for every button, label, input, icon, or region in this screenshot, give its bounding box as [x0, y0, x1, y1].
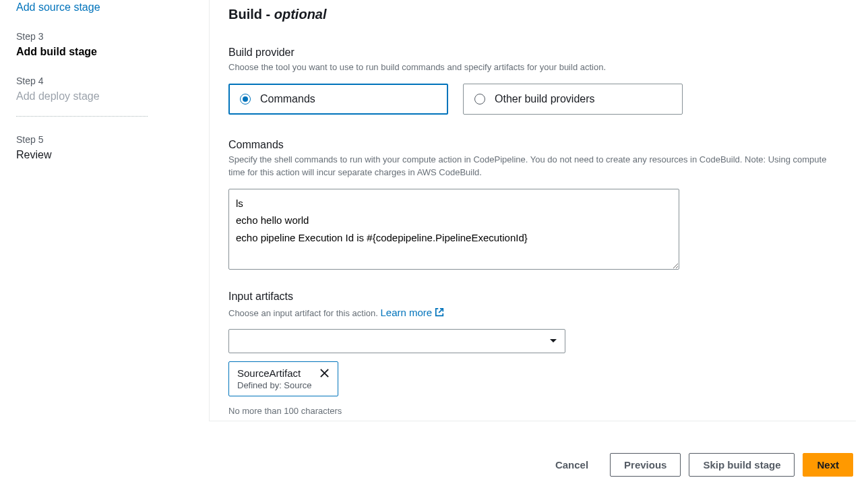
footer-actions: Cancel Previous Skip build stage Next [0, 453, 853, 477]
sidebar-step-5[interactable]: Step 5 Review [16, 134, 209, 161]
step-title: Review [16, 149, 209, 161]
external-link-icon [435, 307, 444, 317]
title-dash: - [266, 7, 274, 22]
step-title: Add deploy stage [16, 90, 209, 102]
wizard-sidebar: Add source stage Step 3 Add build stage … [0, 0, 209, 482]
radio-label: Commands [260, 93, 315, 105]
learn-more-link[interactable]: Learn more [380, 305, 444, 320]
sidebar-step-3[interactable]: Step 3 Add build stage [16, 31, 209, 58]
commands-label: Commands [228, 139, 837, 151]
radio-other-build-providers[interactable]: Other build providers [463, 84, 683, 115]
radio-icon [474, 94, 485, 104]
radio-icon [240, 94, 251, 104]
input-artifacts-field: Input artifacts Choose an input artifact… [228, 291, 837, 417]
constraint-text: No more than 100 characters [228, 406, 837, 416]
build-provider-label: Build provider [228, 47, 837, 59]
title-prefix: Build [228, 7, 266, 22]
main-panel: Build - optional Build provider Choose t… [209, 0, 856, 421]
commands-field: Commands Specify the shell commands to r… [228, 139, 837, 272]
chip-name: SourceArtifact [237, 367, 301, 379]
cancel-button[interactable]: Cancel [542, 454, 602, 476]
build-provider-help: Choose the tool you want to use to run b… [228, 61, 837, 74]
add-source-stage-link[interactable]: Add source stage [16, 1, 209, 13]
step-title: Add build stage [16, 46, 209, 58]
page-title: Build - optional [228, 7, 837, 22]
sidebar-step-4: Step 4 Add deploy stage [16, 76, 209, 117]
chip-sub: Defined by: Source [237, 380, 330, 390]
input-artifacts-label: Input artifacts [228, 291, 837, 303]
input-artifacts-help: Choose an input artifact for this action… [228, 305, 837, 320]
commands-help: Specify the shell commands to run with y… [228, 154, 837, 179]
skip-build-stage-button[interactable]: Skip build stage [689, 453, 795, 477]
build-provider-field: Build provider Choose the tool you want … [228, 47, 837, 115]
next-button[interactable]: Next [803, 453, 853, 477]
commands-textarea[interactable] [228, 189, 679, 270]
step-number: Step 3 [16, 31, 209, 42]
step-number: Step 4 [16, 76, 209, 86]
previous-button[interactable]: Previous [610, 453, 681, 477]
title-optional: optional [274, 7, 327, 22]
artifact-chip: SourceArtifact Defined by: Source [228, 361, 338, 396]
close-icon[interactable] [319, 368, 330, 378]
divider [16, 116, 148, 117]
input-artifacts-select[interactable] [228, 329, 565, 353]
radio-label: Other build providers [495, 93, 595, 105]
radio-commands[interactable]: Commands [228, 84, 448, 115]
step-number: Step 5 [16, 134, 209, 145]
